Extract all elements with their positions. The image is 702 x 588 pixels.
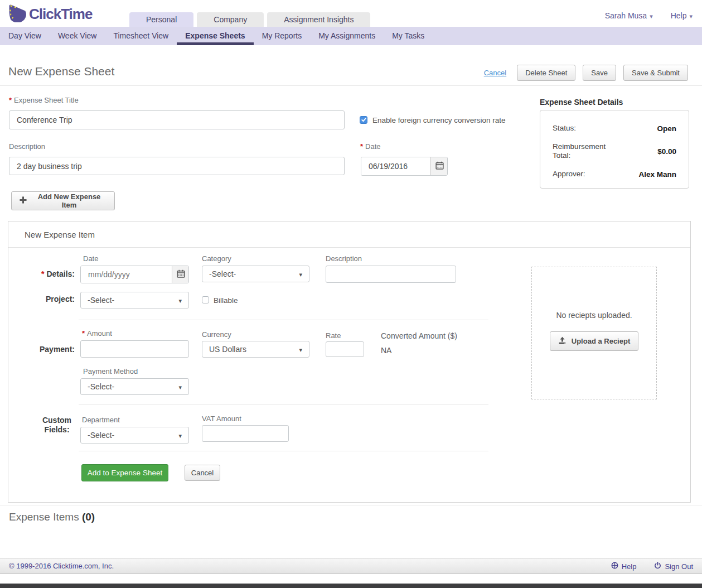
page-title: New Expense Sheet	[8, 65, 114, 78]
category-select-value: -Select-	[209, 269, 236, 278]
footer-sign-out-label: Sign Out	[665, 562, 693, 571]
sheet-description-label: Description	[9, 142, 45, 151]
expense-sheet-details-panel: Status: Open Reimbursement Total: $0.00 …	[540, 110, 689, 189]
detail-row-approver: Approver: Alex Mann	[553, 170, 676, 179]
nav-day-view[interactable]: Day View	[0, 27, 50, 45]
item-description-input[interactable]	[326, 266, 456, 283]
vat-amount-label: VAT Amount	[202, 415, 241, 423]
cancel-link[interactable]: Cancel	[484, 69, 506, 77]
expense-items-title: Expense Items	[9, 511, 79, 523]
clicktime-app: ClickTime Personal Company Assignment In…	[0, 0, 702, 588]
rate-input[interactable]	[326, 341, 364, 357]
user-menu-label: Sarah Musa	[605, 11, 647, 20]
calendar-icon	[177, 269, 185, 280]
expense-items-divider	[0, 505, 702, 505]
foreign-currency-checkbox[interactable]	[360, 116, 367, 124]
status-label: Status:	[553, 124, 617, 133]
sheet-date-picker-button[interactable]	[430, 157, 448, 175]
sheet-description-input[interactable]	[9, 157, 345, 175]
status-value: Open	[657, 124, 676, 133]
amount-label: Amount	[82, 329, 112, 338]
item-cancel-button[interactable]: Cancel	[185, 465, 220, 481]
vat-amount-input[interactable]	[202, 425, 289, 442]
chevron-down-icon	[178, 431, 182, 440]
add-new-expense-item-button[interactable]: Add New Expense Item	[11, 191, 115, 210]
top-header: ClickTime Personal Company Assignment In…	[0, 0, 702, 27]
help-icon	[611, 562, 618, 571]
help-menu[interactable]: Help	[671, 11, 693, 20]
header-menus: Sarah Musa Help	[605, 11, 693, 20]
item-date-picker-button[interactable]	[172, 266, 189, 283]
converted-amount-label: Converted Amount ($)	[381, 331, 457, 340]
upload-receipt-button[interactable]: Upload a Reciept	[550, 331, 638, 351]
window-bottom-edge	[0, 584, 702, 588]
personal-nav: Day View Week View Timesheet View Expens…	[0, 27, 702, 45]
footer-help-link[interactable]: Help	[611, 562, 637, 571]
section-divider	[79, 404, 488, 404]
footer-bar: © 1999-2016 Clicktime.com, Inc. Help	[0, 558, 702, 574]
chevron-down-icon	[299, 345, 302, 354]
expense-items-count: (0)	[82, 511, 95, 523]
currency-select-value: US Dollars	[209, 345, 246, 354]
tab-assignment-insights[interactable]: Assignment Insights	[267, 12, 370, 27]
department-select[interactable]: -Select-	[80, 427, 189, 444]
receipt-dropzone: No reciepts uploaded. Upload a Reciept	[531, 267, 657, 399]
sheet-title-input[interactable]	[9, 110, 345, 129]
plus-icon	[20, 196, 27, 205]
footer-sign-out-link[interactable]: Sign Out	[654, 562, 693, 571]
detail-row-reimbursement: Reimbursement Total: $0.00	[553, 142, 676, 160]
section-divider	[79, 320, 488, 320]
new-expense-item-panel: New Expense Item Details: Project: Payme…	[8, 221, 691, 503]
payment-method-label: Payment Method	[83, 367, 138, 375]
save-submit-button[interactable]: Save & Submit	[623, 65, 688, 81]
chevron-down-icon	[299, 269, 302, 278]
payment-method-select[interactable]: -Select-	[80, 378, 189, 395]
delete-sheet-button[interactable]: Delete Sheet	[517, 65, 575, 81]
user-menu[interactable]: Sarah Musa	[605, 11, 653, 20]
help-menu-label: Help	[671, 11, 687, 20]
expense-items-heading: Expense Items (0)	[9, 511, 95, 523]
nav-my-tasks[interactable]: My Tasks	[384, 27, 433, 45]
clicktime-logo[interactable]: ClickTime	[7, 3, 92, 25]
power-icon	[654, 562, 661, 571]
chevron-down-icon	[650, 11, 653, 20]
sheet-date-group	[361, 157, 448, 176]
billable-checkbox[interactable]	[202, 296, 209, 303]
billable-label[interactable]: Billable	[214, 296, 238, 305]
copyright-text: © 1999-2016 Clicktime.com, Inc.	[9, 558, 114, 574]
add-to-expense-sheet-button[interactable]: Add to Expense Sheet	[81, 464, 168, 481]
nav-my-reports[interactable]: My Reports	[254, 27, 311, 45]
foreign-currency-label[interactable]: Enable foreign currency conversion rate	[372, 116, 506, 124]
project-select-value: -Select-	[88, 296, 114, 305]
item-date-input[interactable]	[81, 266, 172, 283]
currency-label: Currency	[202, 330, 231, 339]
category-label: Category	[202, 254, 231, 263]
clicktime-logo-icon	[7, 3, 27, 25]
nav-expense-sheets[interactable]: Expense Sheets	[177, 27, 253, 45]
reimbursement-value: $0.00	[657, 147, 676, 156]
nav-my-assignments[interactable]: My Assignments	[310, 27, 384, 45]
category-select[interactable]: -Select-	[202, 266, 309, 282]
main-tabs: Personal Company Assignment Insights	[129, 12, 370, 27]
amount-input[interactable]	[80, 340, 189, 358]
footer-help-label: Help	[622, 562, 637, 571]
sheet-date-input[interactable]	[361, 157, 430, 175]
tab-personal[interactable]: Personal	[129, 12, 193, 27]
chevron-down-icon	[689, 11, 693, 20]
footer-links: Help Sign Out	[611, 558, 693, 574]
tab-company[interactable]: Company	[197, 12, 264, 27]
department-label: Department	[82, 416, 120, 424]
logo-wordmark: ClickTime	[29, 6, 92, 23]
save-button[interactable]: Save	[583, 65, 616, 81]
receipts-empty-text: No reciepts uploaded.	[556, 311, 632, 320]
project-select[interactable]: -Select-	[80, 292, 189, 309]
rate-label: Rate	[326, 331, 341, 340]
payment-section-label: Payment:	[13, 345, 75, 354]
payment-method-select-value: -Select-	[88, 382, 114, 391]
currency-select[interactable]: US Dollars	[202, 341, 309, 358]
expense-sheet-details-heading: Expense Sheet Details	[540, 98, 623, 107]
reimbursement-label: Reimbursement Total:	[553, 142, 617, 160]
nav-timesheet-view[interactable]: Timesheet View	[105, 27, 177, 45]
nav-week-view[interactable]: Week View	[50, 27, 105, 45]
add-item-button-label: Add New Expense Item	[32, 192, 106, 209]
